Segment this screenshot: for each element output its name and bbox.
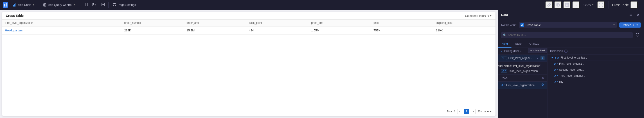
search-input-wrap: 🔍 — [501, 32, 633, 38]
right-panel: Data Switch Chart — [498, 10, 644, 118]
per-page-select[interactable]: 20 / page ▼ — [478, 110, 492, 113]
field-type-badge-2: Str — [501, 69, 507, 73]
dim-field-0[interactable]: ▼ Str First_level_organiza... — [550, 55, 644, 61]
panel-header: Data — [498, 10, 644, 20]
per-page-chevron-icon: ▼ — [490, 110, 492, 113]
dim-name-1: First_level_organiz... — [559, 62, 584, 65]
cell-0-1: 219K — [122, 26, 184, 34]
zoom-chevron-icon: ▼ — [592, 3, 594, 6]
settings-icon — [113, 3, 116, 7]
drilling-expand-icon[interactable]: ▼ — [501, 50, 503, 52]
chart-type-selector[interactable]: Cross Table ▼ — [519, 22, 617, 28]
rows-gear-icon[interactable]: ⚙ — [542, 76, 544, 80]
current-page[interactable]: 1 — [464, 109, 469, 114]
svg-rect-13 — [101, 3, 104, 6]
query-chevron-icon: ▼ — [74, 3, 76, 6]
svg-rect-1 — [6, 3, 7, 6]
dimension-header: Dimension i — [548, 48, 644, 55]
search-input[interactable] — [508, 33, 631, 37]
canvas-area: Cross Table Selected Fields(7) ▼ First_l… — [0, 10, 498, 118]
table-icon — [84, 2, 88, 7]
dim-field-3[interactable]: Str Third_level_organiz... — [550, 73, 644, 79]
add-query-control-button[interactable]: Add Query Control ▼ — [41, 2, 78, 8]
icon-btn-1[interactable] — [82, 1, 90, 8]
right-column: Dimension i ▼ Str First_level_organiza..… — [548, 48, 644, 118]
selected-fields-chevron-icon: ▼ — [490, 14, 492, 17]
dim-field-1[interactable]: Str First_level_organiz... — [550, 61, 644, 67]
switch-chart-row: Switch Chart Cross Table ▼ Untitled ▼ ✎ — [498, 20, 644, 30]
field-type-badge-0: Str — [501, 57, 507, 60]
selected-fields-button[interactable]: Selected Fields(7) ▼ — [465, 14, 492, 17]
search-row: 🔍 — [498, 30, 644, 40]
left-column: ▼ Drilling (Dim.) Str First_level_organi… — [498, 48, 548, 118]
data-table: First_level_organization order_number or… — [2, 19, 496, 107]
svg-rect-17 — [557, 4, 560, 6]
svg-rect-2 — [13, 5, 14, 6]
panel-menu-icon-btn[interactable] — [628, 12, 634, 17]
chart-title-bar: Cross Table — [608, 1, 641, 8]
page-settings-button[interactable]: Page Settings — [110, 1, 138, 8]
search-icon: 🔍 — [503, 33, 506, 37]
untitled-edit-icon[interactable]: ✎ — [636, 23, 638, 26]
untitled-selector[interactable]: Untitled ▼ ✎ — [619, 22, 641, 28]
table-header-row: First_level_organization order_number or… — [2, 19, 496, 26]
rows-field-item[interactable]: Str First_level_organization — [498, 82, 547, 89]
link-icon-btn[interactable] — [546, 1, 553, 8]
svg-rect-20 — [566, 5, 567, 6]
dim-field-2[interactable]: Str Second_level_orga... — [550, 67, 644, 73]
bar-chart-icon — [13, 3, 17, 7]
prev-page-button[interactable]: < — [457, 109, 462, 114]
svg-point-33 — [542, 58, 543, 59]
chart-menu-icon-btn[interactable] — [630, 1, 638, 8]
refresh-button[interactable] — [634, 32, 641, 38]
field-settings-button-0[interactable] — [540, 56, 544, 60]
svg-rect-21 — [567, 5, 568, 6]
grid-icon-btn[interactable] — [564, 1, 571, 8]
zoom-control[interactable]: 100% ▼ — [582, 2, 596, 7]
export-icon-btn[interactable] — [572, 1, 580, 8]
svg-rect-30 — [521, 25, 522, 26]
switch-chart-label: Switch Chart — [501, 23, 516, 26]
dim-name-3: Third_level_organiz... — [559, 74, 585, 77]
dim-field-4[interactable]: Str city — [550, 79, 644, 85]
drilling-title: ▼ Drilling (Dim.) — [501, 50, 521, 53]
tab-field[interactable]: Field — [498, 40, 512, 48]
col-header-5: price — [371, 19, 433, 26]
svg-point-12 — [94, 3, 94, 4]
rows-title: Rows — [501, 77, 508, 80]
toolbar-sep-3 — [108, 2, 109, 8]
fullscreen-icon-btn[interactable] — [598, 1, 604, 8]
field-dropdown-button-0[interactable] — [536, 56, 540, 60]
icon-btn-2[interactable] — [90, 1, 98, 8]
svg-rect-32 — [522, 24, 523, 26]
main-toolbar: Add Chart ▼ Add Query Control ▼ — [0, 0, 644, 10]
panel-close-icon-btn[interactable] — [636, 12, 641, 17]
add-chart-button[interactable]: Add Chart ▼ — [11, 2, 37, 8]
total-label: Total: 1 — [447, 110, 456, 113]
copy-icon-btn[interactable] — [554, 1, 562, 8]
col-header-0: First_level_organization — [2, 19, 122, 26]
icon-btn-3[interactable] — [99, 1, 107, 8]
add-chart-chevron-icon: ▼ — [33, 3, 35, 6]
cell-0-4: 1.55M — [308, 26, 371, 34]
tab-style[interactable]: Style — [512, 40, 525, 48]
cell-0-0[interactable]: Headquarters — [2, 26, 122, 34]
widget-footer: Total: 1 < 1 > 20 / page ▼ — [2, 107, 496, 116]
svg-rect-0 — [4, 4, 6, 6]
app-logo — [3, 2, 8, 8]
rows-field-action-icon[interactable] — [541, 83, 544, 87]
drilling-field-0[interactable]: Str First_level_organi... — [498, 55, 547, 62]
dimension-header-inner: Dimension i — [550, 50, 568, 53]
col-header-3: back_point — [246, 19, 308, 26]
svg-rect-18 — [566, 3, 567, 5]
next-page-button[interactable]: > — [471, 109, 476, 114]
dim-type-1: Str — [554, 63, 558, 65]
panel-title: Data — [501, 13, 508, 17]
field-name-0: First_level_organi... — [508, 57, 534, 60]
main-content: Cross Table Selected Fields(7) ▼ First_l… — [0, 10, 644, 118]
col-header-6: shipping_cost — [433, 19, 496, 26]
dim-type-0: Str — [555, 57, 559, 59]
tab-analyze[interactable]: Analyze — [525, 40, 543, 48]
chart-type-chevron-icon: ▼ — [613, 24, 615, 26]
col-header-2: order_amt — [184, 19, 246, 26]
